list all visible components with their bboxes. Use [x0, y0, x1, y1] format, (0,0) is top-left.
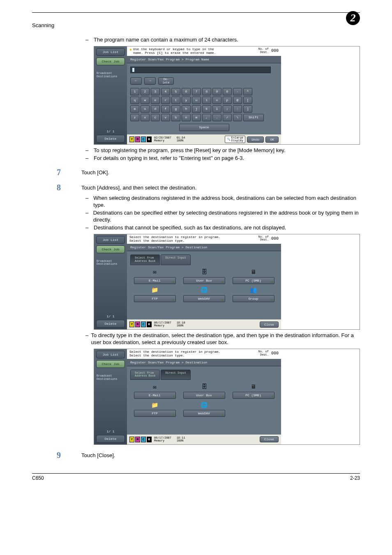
- tab-direct-input[interactable]: Direct Input: [161, 370, 190, 380]
- dest-pc-smb-[interactable]: 🖥PC (SMB): [231, 268, 276, 284]
- key-a[interactable]: a: [130, 105, 139, 113]
- key-s[interactable]: s: [141, 105, 150, 113]
- key-5[interactable]: 5: [171, 88, 180, 95]
- check-job-button[interactable]: Check Job: [96, 360, 125, 368]
- dest-pc-smb-[interactable]: 🖥PC (SMB): [231, 383, 276, 399]
- footer-timestamp: 02/28/2007 01:54 Memory 100%: [154, 136, 185, 142]
- dest-label: User Box: [183, 392, 225, 399]
- space-key[interactable]: Space: [179, 124, 229, 131]
- delete-char-button[interactable]: De- lete: [158, 77, 174, 85]
- key-@[interactable]: @: [233, 97, 242, 104]
- close-button[interactable]: Close: [260, 321, 279, 328]
- key-^[interactable]: ^: [243, 88, 252, 95]
- key-7[interactable]: 7: [192, 88, 201, 95]
- job-list-button[interactable]: Job List: [96, 351, 125, 358]
- key-c[interactable]: c: [151, 114, 160, 121]
- key-4[interactable]: 4: [161, 88, 170, 95]
- job-list-button[interactable]: Job List: [96, 48, 125, 56]
- delete-button[interactable]: Delete: [96, 435, 125, 443]
- delete-button[interactable]: Delete: [96, 320, 125, 328]
- key-6[interactable]: 6: [182, 88, 191, 95]
- no-of-dest: No. of Dest. 000: [258, 236, 279, 242]
- key-[[interactable]: [: [243, 97, 252, 104]
- key-w[interactable]: w: [141, 97, 150, 104]
- delete-button[interactable]: Delete: [96, 135, 125, 143]
- key-o[interactable]: o: [212, 97, 221, 104]
- tab-address-book[interactable]: Select from Address Book: [130, 254, 160, 265]
- key-h[interactable]: h: [182, 105, 191, 113]
- pager: 1/ 1: [106, 430, 114, 433]
- key-y[interactable]: y: [182, 97, 191, 104]
- key-:[interactable]: :: [233, 105, 242, 113]
- tab-direct-input[interactable]: Direct Input: [161, 254, 190, 265]
- dest-webdav[interactable]: 🌐WebDAV: [182, 287, 227, 302]
- key-x[interactable]: x: [141, 114, 150, 121]
- key-/[interactable]: /: [223, 114, 232, 121]
- key-0[interactable]: 0: [223, 88, 232, 95]
- key-u[interactable]: u: [192, 97, 201, 104]
- dest-label: User Box: [183, 277, 225, 284]
- key-][interactable]: ]: [243, 105, 252, 113]
- key-i[interactable]: i: [202, 97, 211, 104]
- bulb-icon: ♦: [129, 48, 132, 55]
- key-m[interactable]: m: [192, 114, 201, 121]
- key-.[interactable]: .: [212, 114, 221, 121]
- dest-icon: ✉: [150, 268, 159, 276]
- key-n[interactable]: n: [182, 114, 191, 121]
- shift-key[interactable]: Shift: [243, 114, 264, 121]
- dest-icon: 🌐: [200, 287, 209, 294]
- toner-k-icon: K: [147, 136, 152, 142]
- dest-ftp[interactable]: 📁FTP: [132, 401, 178, 417]
- key-d[interactable]: d: [151, 105, 160, 113]
- key-v[interactable]: v: [161, 114, 170, 121]
- dest-user-box[interactable]: 🗄User Box: [182, 268, 227, 284]
- key-b[interactable]: b: [171, 114, 180, 121]
- key-j[interactable]: j: [192, 105, 201, 113]
- no-of-dest: No. of Dest. 000: [258, 350, 279, 356]
- tab-address-book[interactable]: Select from Address Book: [130, 370, 160, 380]
- check-job-button[interactable]: Check Job: [96, 58, 125, 65]
- name-input[interactable]: [130, 67, 271, 73]
- dest-icon: 👥: [249, 287, 258, 294]
- cursor-left-button[interactable]: ←: [130, 77, 142, 85]
- dest-e-mail[interactable]: ✉E-Mail: [132, 383, 178, 399]
- dest-user-box[interactable]: 🗄User Box: [182, 383, 227, 399]
- toner-m-icon: M: [135, 136, 140, 142]
- dest-icon: ✉: [150, 383, 159, 391]
- dest-ftp[interactable]: 📁FTP: [132, 287, 178, 302]
- key-g[interactable]: g: [171, 105, 180, 113]
- dest-label: FTP: [134, 295, 176, 302]
- key-3[interactable]: 3: [151, 88, 160, 95]
- key-k[interactable]: k: [202, 105, 211, 113]
- dest-e-mail[interactable]: ✉E-Mail: [132, 268, 178, 284]
- job-list-button[interactable]: Job List: [96, 236, 125, 244]
- key-z[interactable]: z: [130, 114, 139, 121]
- dest-label: WebDAV: [183, 295, 225, 302]
- key--[interactable]: -: [233, 88, 242, 95]
- close-button[interactable]: Close: [260, 436, 279, 442]
- key-;[interactable]: ;: [223, 105, 232, 113]
- cursor-right-button[interactable]: →: [144, 77, 156, 85]
- ok-button[interactable]: OK: [265, 136, 279, 143]
- key-q[interactable]: q: [130, 97, 139, 104]
- key-e[interactable]: e: [151, 97, 160, 104]
- undo-button[interactable]: Undo: [247, 136, 264, 143]
- key-1[interactable]: 1: [130, 88, 139, 95]
- enlarge-display-button[interactable]: 🔍Enlarge Display: [225, 136, 245, 143]
- key-\[interactable]: \: [233, 114, 242, 121]
- key-l[interactable]: l: [212, 105, 221, 113]
- key-r[interactable]: r: [161, 97, 170, 104]
- key-,[interactable]: ,: [202, 114, 211, 121]
- key-8[interactable]: 8: [202, 88, 211, 95]
- dest-label: Group: [233, 295, 274, 302]
- note-item: –Destinations that cannot be specified, …: [85, 224, 360, 231]
- dest-group[interactable]: 👥Group: [231, 287, 276, 302]
- dest-webdav[interactable]: 🌐WebDAV: [182, 401, 227, 417]
- key-2[interactable]: 2: [141, 88, 150, 95]
- key-p[interactable]: p: [223, 97, 232, 104]
- key-t[interactable]: t: [171, 97, 180, 104]
- pager: 1/ 1: [106, 314, 114, 318]
- check-job-button[interactable]: Check Job: [96, 245, 125, 253]
- key-f[interactable]: f: [161, 105, 170, 113]
- key-9[interactable]: 9: [212, 88, 221, 95]
